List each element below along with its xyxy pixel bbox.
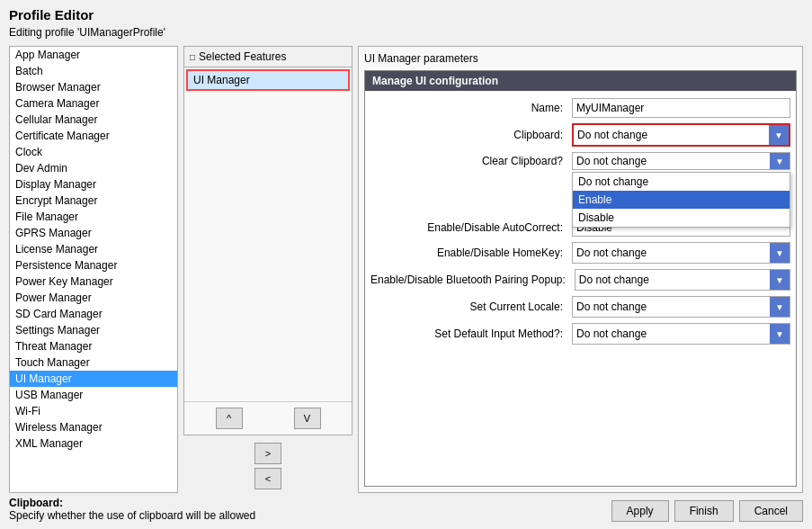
feature-list-item[interactable]: Dev Admin [10,160,177,176]
clipboard-row: Clipboard: Do not change Enable Disable … [370,123,790,147]
footer-buttons: Apply Finish Cancel [611,500,803,522]
down-button[interactable]: V [294,408,321,429]
footer-info-text: Specify whether the use of clipboard wil… [9,509,255,522]
feature-list-item[interactable]: XML Manager [10,435,177,452]
feature-list-panel: App ManagerBatchBrowser ManagerCamera Ma… [9,46,178,493]
dialog-subtitle: Editing profile 'UIManagerProfile' [9,26,803,39]
dropdown-item-disable[interactable]: Disable [573,209,790,227]
selected-features-content: UI Manager [184,67,352,401]
feature-list-item[interactable]: Settings Manager [10,322,177,338]
selected-feature-item[interactable]: UI Manager [186,69,350,91]
clear-clipboard-dropdown: Do not change Enable Disable [572,172,790,228]
clear-clipboard-value: Do not change [573,153,770,169]
clear-clipboard-row: Clear Clipboard? Do not change ▼ Do not … [370,152,790,170]
footer-info: Clipboard: Specify whether the use of cl… [9,497,255,522]
feature-list-item[interactable]: Certificate Manager [10,128,177,144]
locale-select[interactable]: Do not change [573,297,790,317]
name-row: Name: [370,98,790,118]
feature-list-item[interactable]: Persistence Manager [10,257,177,273]
bluetooth-row: Enable/Disable Bluetooth Pairing Popup: … [370,269,790,291]
bluetooth-select[interactable]: Do not change Enable Disable [576,270,790,290]
clear-clipboard-label: Clear Clipboard? [370,155,568,167]
feature-list-item[interactable]: Power Manager [10,290,177,306]
input-method-select[interactable]: Do not change [573,324,790,344]
feature-list-item[interactable]: Encrypt Manager [10,193,177,209]
name-label: Name: [370,102,568,114]
selected-features-header: □ Selected Features [184,47,352,67]
dialog-container: Profile Editor Editing profile 'UIManage… [0,0,812,529]
feature-list-item[interactable]: GPRS Manager [10,225,177,241]
dropdown-item-do-not-change[interactable]: Do not change [573,173,790,191]
clipboard-select[interactable]: Do not change Enable Disable [574,125,789,145]
feature-list-item[interactable]: UI Manager [10,371,177,387]
dialog-title: Profile Editor [9,7,803,22]
feature-list-item[interactable]: Browser Manager [10,79,177,95]
feature-list-item[interactable]: Clock [10,144,177,160]
input-method-label: Set Default Input Method?: [370,327,568,340]
homekey-select[interactable]: Do not change Enable Disable [573,243,790,263]
autocorrect-label: Enable/Disable AutoCorrect: [370,221,568,234]
expand-icon: □ [190,52,195,62]
feature-list-item[interactable]: Display Manager [10,176,177,193]
feature-list-item[interactable]: Power Key Manager [10,273,177,290]
cancel-button[interactable]: Cancel [739,500,803,522]
homekey-label: Enable/Disable HomeKey: [370,247,568,259]
apply-button[interactable]: Apply [611,500,669,522]
dropdown-item-enable[interactable]: Enable [573,191,790,209]
input-method-row: Set Default Input Method?: Do not change… [370,323,790,345]
name-input[interactable] [572,98,790,118]
bluetooth-label: Enable/Disable Bluetooth Pairing Popup: [370,273,571,286]
parameters-title: UI Manager parameters [364,52,797,65]
feature-list-item[interactable]: Batch [10,63,177,79]
locale-row: Set Current Locale: Do not change ▼ [370,296,790,318]
feature-list-item[interactable]: License Manager [10,241,177,257]
locale-label: Set Current Locale: [370,300,568,313]
feature-list-item[interactable]: Camera Manager [10,95,177,112]
footer: Clipboard: Specify whether the use of cl… [9,497,803,522]
finish-button[interactable]: Finish [674,500,734,522]
selected-features-panel: □ Selected Features UI Manager ^ V [183,46,352,435]
clear-clipboard-arrow[interactable]: ▼ [770,153,790,169]
bottom-arrows: ^ V [184,401,352,435]
selected-features-label: Selected Features [199,50,286,63]
feature-list-item[interactable]: USB Manager [10,387,177,403]
manage-section: Manage UI configuration Name: Clipboard:… [364,70,797,487]
feature-list-item[interactable]: Cellular Manager [10,112,177,128]
up-button[interactable]: ^ [216,408,243,429]
clipboard-label: Clipboard: [370,129,568,141]
main-content: App ManagerBatchBrowser ManagerCamera Ma… [9,46,803,493]
feature-list-item[interactable]: Touch Manager [10,354,177,371]
manage-header: Manage UI configuration [365,71,796,91]
feature-list: App ManagerBatchBrowser ManagerCamera Ma… [10,47,177,452]
transfer-buttons: > < [183,439,352,493]
feature-list-item[interactable]: Wi-Fi [10,403,177,419]
feature-list-item[interactable]: SD Card Manager [10,306,177,322]
parameters-panel: UI Manager parameters Manage UI configur… [358,46,803,493]
feature-list-item[interactable]: App Manager [10,47,177,63]
form-grid: Name: Clipboard: Do not change Enable Di… [365,91,796,352]
feature-list-item[interactable]: File Manager [10,209,177,225]
move-right-button[interactable]: > [254,443,281,464]
footer-info-label: Clipboard: [9,497,63,509]
feature-list-item[interactable]: Wireless Manager [10,419,177,435]
feature-list-item[interactable]: Threat Manager [10,338,177,354]
homekey-row: Enable/Disable HomeKey: Do not change En… [370,242,790,264]
move-left-button[interactable]: < [254,468,281,489]
